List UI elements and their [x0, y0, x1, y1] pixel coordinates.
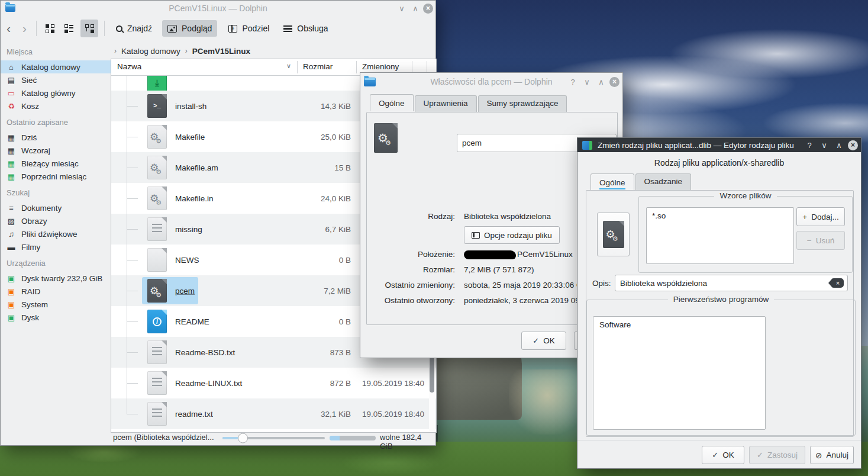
sidebar-item-label: Dokumenty	[21, 204, 62, 213]
file-name[interactable]: Readme-LINUX.txt	[175, 379, 242, 388]
sidebar-item-label: Pliki dźwiękowe	[21, 230, 78, 239]
dolphin-titlebar[interactable]: PCemV15Linux — Dolphin ∨ ∧ ×	[1, 1, 435, 15]
view-icons-button[interactable]	[43, 21, 57, 36]
pattern-remove-button[interactable]: − Usuń	[796, 231, 845, 250]
breadcrumb-current[interactable]: PCemV15Linux	[192, 47, 250, 56]
column-header-size[interactable]: Rozmiar	[303, 62, 333, 71]
sidebar-item-poprzedni-miesi-c[interactable]: ▦Poprzedni miesiąc	[1, 170, 111, 183]
sidebar-item-wczoraj[interactable]: ▦Wczoraj	[1, 144, 111, 157]
preview-button[interactable]: Podgląd	[162, 20, 217, 37]
maximize-icon[interactable]: ∧	[409, 2, 421, 14]
filetype-titlebar[interactable]: Zmień rodzaj pliku applicat...dlib — Edy…	[577, 138, 861, 152]
sidebar-item-system[interactable]: ▣System	[1, 298, 111, 311]
sidebar-item-dysk[interactable]: ▣Dysk	[1, 311, 111, 324]
sidebar-item-obrazy[interactable]: ▨Obrazy	[1, 214, 111, 227]
apply-button[interactable]: ✓ Zastosuj	[749, 446, 805, 464]
pattern-add-button[interactable]: + Dodaj...	[796, 207, 845, 226]
audio-icon: ♫	[7, 230, 16, 239]
sidebar-item-label: Dysk twardy 232,9 GiB	[21, 274, 102, 283]
file-name[interactable]: NEWS	[175, 256, 199, 265]
close-icon[interactable]: ×	[848, 140, 858, 150]
back-button[interactable]: ‹	[1, 21, 17, 36]
sidebar-item-pliki-d-wi-kowe[interactable]: ♫Pliki dźwiękowe	[1, 227, 111, 240]
network-icon: ▤	[7, 76, 16, 85]
text-icon	[147, 217, 167, 241]
ok-button[interactable]: ✓ OK	[521, 332, 566, 350]
tab-general[interactable]: Ogólne	[370, 94, 414, 111]
file-size: 872 B	[298, 379, 351, 388]
find-button-label: Znajdź	[127, 24, 152, 33]
minimize-icon[interactable]: ∨	[818, 139, 830, 151]
zoom-slider[interactable]	[222, 437, 325, 439]
application-list[interactable]: Software	[593, 316, 766, 430]
used-space-fill	[330, 436, 340, 440]
cancel-button[interactable]: ⊘ Anuluj	[810, 446, 854, 464]
application-item[interactable]: Software	[599, 320, 631, 329]
file-name[interactable]: Makefile.in	[175, 194, 214, 203]
sidebar-item-dzi-[interactable]: ▦Dziś	[1, 131, 111, 144]
sidebar-item-label: System	[21, 300, 48, 309]
file-name[interactable]: Makefile.am	[175, 163, 218, 172]
sidebar-item-katalog-domowy[interactable]: ⌂Katalog domowy	[1, 60, 111, 73]
ok-button[interactable]: ✓ OK	[702, 446, 744, 464]
menu-button[interactable]: Obsługa	[278, 20, 333, 37]
pattern-add-label: Dodaj...	[811, 213, 839, 221]
properties-titlebar[interactable]: Właściwości dla pcem — Dolphin ? ∨ ∧ ×	[360, 73, 622, 91]
sidebar-item-kosz[interactable]: ♻Kosz	[1, 99, 111, 112]
file-type-options-button[interactable]: Opcje rodzaju pliku	[464, 226, 560, 244]
column-header-name[interactable]: Nazwa	[117, 62, 141, 71]
pattern-item[interactable]: *.so	[652, 211, 666, 220]
description-field[interactable]: Biblioteka współdzielona ×	[615, 275, 848, 291]
tab-checksums[interactable]: Sumy sprawdzające	[478, 95, 567, 112]
file-name[interactable]: Readme-BSD.txt	[175, 348, 235, 357]
makefile-icon: ⚙	[147, 156, 167, 179]
sidebar-item-dokumenty[interactable]: ≡Dokumenty	[1, 201, 111, 214]
view-tree-button[interactable]	[80, 20, 98, 37]
split-button[interactable]: + Podziel	[223, 20, 275, 37]
minimize-icon[interactable]: ∨	[581, 76, 593, 88]
sidebar-item-katalog-g-wny[interactable]: ▭Katalog główny	[1, 86, 111, 99]
column-header-modified[interactable]: Zmieniony	[362, 62, 399, 71]
close-icon[interactable]: ×	[609, 77, 619, 87]
sharedlib-file-icon: ⚙	[603, 221, 624, 248]
breadcrumb-home[interactable]: Katalog domowy	[121, 47, 180, 56]
file-row[interactable]: Readme-LINUX.txt872 B19.05.2019 18:40	[111, 368, 436, 398]
free-space-label: wolne 182,4 GiB	[380, 433, 435, 451]
view-details-button[interactable]	[62, 21, 76, 36]
images-icon: ▨	[7, 217, 16, 226]
clear-text-icon[interactable]: ×	[832, 278, 844, 288]
file-name[interactable]: install-sh	[175, 102, 206, 111]
find-button[interactable]: Znajdź	[111, 20, 157, 37]
file-row[interactable]: readme.txt32,1 KiB19.05.2019 18:40	[111, 398, 436, 429]
file-name[interactable]: pcem	[175, 287, 195, 295]
sidebar-section-header: Ostatnio zapisane	[1, 112, 111, 131]
makefile-icon: ⚙	[147, 186, 167, 210]
tab-embedding[interactable]: Osadzanie	[635, 173, 692, 191]
help-icon[interactable]: ?	[567, 76, 579, 88]
patterns-list[interactable]: *.so	[646, 207, 794, 264]
sidebar-item-sie-[interactable]: ▤Sieć	[1, 73, 111, 86]
forward-button[interactable]: ›	[17, 21, 33, 36]
close-icon[interactable]: ×	[423, 4, 433, 14]
preview-button-label: Podgląd	[182, 24, 212, 33]
file-name[interactable]: Makefile	[175, 133, 205, 141]
description-label: Opis:	[592, 279, 611, 288]
filetype-app-icon	[582, 141, 591, 150]
mime-icon-button[interactable]: ⚙	[597, 213, 630, 256]
tab-permissions[interactable]: Uprawnienia	[415, 95, 477, 112]
file-name[interactable]: missing	[175, 225, 202, 234]
minimize-icon[interactable]: ∨	[396, 2, 408, 14]
file-name[interactable]: README	[175, 317, 209, 326]
breadcrumb: › Katalog domowy › PCemV15Linux	[114, 44, 250, 57]
file-name[interactable]: readme.txt	[175, 410, 213, 419]
sidebar-item-filmy[interactable]: ▬Filmy	[1, 240, 111, 253]
maximize-icon[interactable]: ∧	[833, 139, 845, 151]
sidebar-item-raid[interactable]: ▣RAID	[1, 285, 111, 298]
maximize-icon[interactable]: ∧	[595, 76, 607, 88]
help-icon[interactable]: ?	[804, 139, 815, 151]
tab-general[interactable]: Ogólne	[591, 173, 634, 191]
sidebar-item-bie-cy-miesi-c[interactable]: ▦Bieżący miesiąc	[1, 157, 111, 170]
sidebar-item-dysk-twardy-232-9-gib[interactable]: ▣Dysk twardy 232,9 GiB	[1, 272, 111, 285]
zoom-slider-handle[interactable]	[238, 433, 248, 443]
sidebar-item-label: Obrazy	[21, 217, 47, 226]
